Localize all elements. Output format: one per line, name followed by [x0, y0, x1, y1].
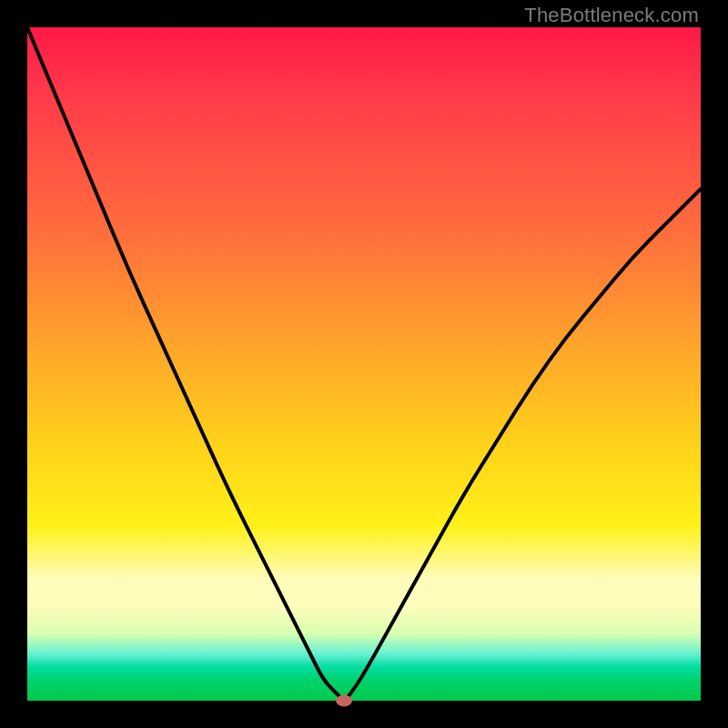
optimal-point-marker — [336, 695, 352, 707]
watermark-text: TheBottleneck.com — [524, 4, 699, 27]
chart-frame: TheBottleneck.com — [0, 0, 728, 728]
bottleneck-curve — [27, 27, 701, 701]
plot-area — [27, 27, 701, 701]
